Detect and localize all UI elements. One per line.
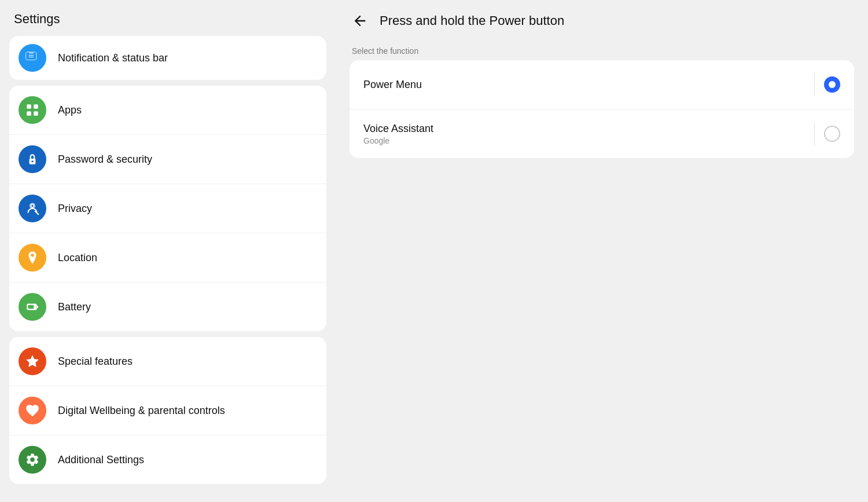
svg-point-9 (31, 160, 33, 162)
sidebar-item-privacy[interactable]: Privacy (9, 184, 326, 233)
privacy-label: Privacy (58, 203, 92, 215)
divider-2 (814, 122, 815, 145)
apps-svg (25, 102, 40, 118)
additional-settings-label: Additional Settings (58, 454, 144, 466)
option-power-menu[interactable]: Power Menu (350, 60, 854, 109)
sidebar-item-location[interactable]: Location (9, 233, 326, 283)
section-label: Select the function (350, 46, 854, 56)
voice-assistant-subtitle: Google (363, 136, 805, 145)
heart-svg (25, 403, 40, 418)
privacy-svg (25, 201, 40, 216)
option-voice-assistant[interactable]: Voice Assistant Google (350, 109, 854, 158)
svg-point-15 (31, 254, 34, 257)
svg-rect-4 (27, 104, 31, 109)
settings-title: Settings (9, 0, 326, 36)
privacy-icon (19, 195, 46, 222)
svg-point-13 (31, 205, 33, 207)
sidebar-item-battery[interactable]: Battery (9, 283, 326, 331)
sidebar-item-apps[interactable]: Apps (9, 86, 326, 135)
right-header: Press and hold the Power button (336, 0, 868, 42)
lock-svg (25, 152, 40, 167)
location-svg (25, 250, 40, 265)
power-menu-radio[interactable] (824, 76, 840, 93)
notification-item[interactable]: ☰ Notification & status bar (9, 36, 326, 80)
divider-1 (814, 73, 815, 96)
back-button[interactable] (350, 10, 370, 31)
voice-assistant-text: Voice Assistant Google (363, 123, 805, 145)
svg-rect-7 (34, 111, 38, 116)
right-panel-title: Press and hold the Power button (380, 13, 564, 28)
digital-wellbeing-icon (19, 397, 46, 424)
right-content: Select the function Power Menu Voice Ass… (336, 42, 868, 163)
voice-assistant-radio[interactable] (824, 126, 840, 142)
digital-wellbeing-label: Digital Wellbeing & parental controls (58, 405, 225, 417)
settings-card-2: Special features Digital Wellbeing & par… (9, 337, 326, 484)
battery-svg (25, 299, 40, 314)
password-icon (19, 145, 46, 173)
notification-svg: ☰ (25, 50, 40, 65)
apps-label: Apps (58, 104, 82, 116)
sidebar-item-additional-settings[interactable]: Additional Settings (9, 435, 326, 484)
location-label: Location (58, 252, 97, 264)
svg-rect-6 (27, 111, 31, 116)
left-panel: Settings ☰ Notification & status bar (0, 0, 336, 502)
svg-rect-18 (37, 306, 38, 308)
right-panel: Press and hold the Power button Select t… (336, 0, 868, 502)
settings-card-1: Apps Password & security (9, 86, 326, 331)
password-label: Password & security (58, 153, 152, 166)
options-card: Power Menu Voice Assistant Google (350, 60, 854, 158)
special-features-icon (19, 347, 46, 375)
svg-rect-5 (34, 104, 38, 109)
sidebar-item-password-security[interactable]: Password & security (9, 135, 326, 184)
battery-label: Battery (58, 301, 91, 313)
power-menu-radio-inner (829, 81, 836, 88)
star-svg (25, 354, 40, 369)
svg-rect-17 (28, 305, 34, 309)
back-arrow-icon (352, 13, 368, 29)
gear-svg (25, 452, 40, 467)
voice-assistant-title: Voice Assistant (363, 123, 805, 135)
svg-text:☰: ☰ (28, 52, 34, 58)
special-features-label: Special features (58, 356, 133, 368)
sidebar-item-digital-wellbeing[interactable]: Digital Wellbeing & parental controls (9, 386, 326, 435)
battery-icon (19, 293, 46, 321)
notification-icon: ☰ (19, 44, 46, 72)
apps-icon (19, 96, 46, 124)
additional-settings-icon (19, 446, 46, 474)
power-menu-text: Power Menu (363, 79, 805, 91)
power-menu-title: Power Menu (363, 79, 805, 91)
notification-label: Notification & status bar (58, 52, 168, 64)
sidebar-item-special-features[interactable]: Special features (9, 337, 326, 386)
location-icon (19, 244, 46, 272)
